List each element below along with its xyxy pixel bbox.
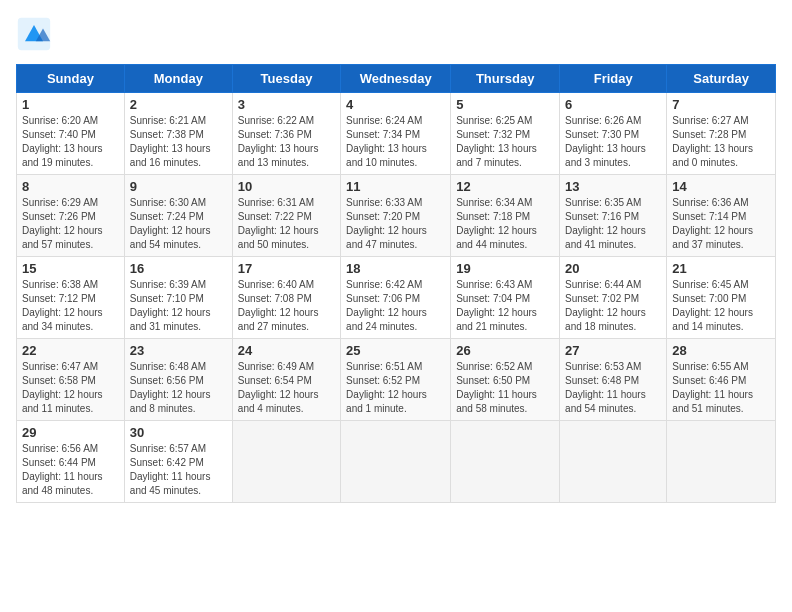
day-number: 22 bbox=[22, 343, 119, 358]
calendar-cell-empty bbox=[560, 421, 667, 503]
day-number: 3 bbox=[238, 97, 335, 112]
day-number: 5 bbox=[456, 97, 554, 112]
calendar-cell-8: 8Sunrise: 6:29 AMSunset: 7:26 PMDaylight… bbox=[17, 175, 125, 257]
day-number: 28 bbox=[672, 343, 770, 358]
calendar-cell-6: 6Sunrise: 6:26 AMSunset: 7:30 PMDaylight… bbox=[560, 93, 667, 175]
calendar-cell-21: 21Sunrise: 6:45 AMSunset: 7:00 PMDayligh… bbox=[667, 257, 776, 339]
day-number: 30 bbox=[130, 425, 227, 440]
day-number: 26 bbox=[456, 343, 554, 358]
calendar-cell-5: 5Sunrise: 6:25 AMSunset: 7:32 PMDaylight… bbox=[451, 93, 560, 175]
day-info: Sunrise: 6:52 AMSunset: 6:50 PMDaylight:… bbox=[456, 360, 554, 416]
calendar-week-1: 1Sunrise: 6:20 AMSunset: 7:40 PMDaylight… bbox=[17, 93, 776, 175]
calendar-cell-23: 23Sunrise: 6:48 AMSunset: 6:56 PMDayligh… bbox=[124, 339, 232, 421]
calendar-cell-empty bbox=[667, 421, 776, 503]
day-info: Sunrise: 6:22 AMSunset: 7:36 PMDaylight:… bbox=[238, 114, 335, 170]
day-number: 14 bbox=[672, 179, 770, 194]
day-number: 1 bbox=[22, 97, 119, 112]
day-info: Sunrise: 6:31 AMSunset: 7:22 PMDaylight:… bbox=[238, 196, 335, 252]
calendar-cell-28: 28Sunrise: 6:55 AMSunset: 6:46 PMDayligh… bbox=[667, 339, 776, 421]
day-number: 29 bbox=[22, 425, 119, 440]
day-number: 6 bbox=[565, 97, 661, 112]
day-info: Sunrise: 6:34 AMSunset: 7:18 PMDaylight:… bbox=[456, 196, 554, 252]
day-number: 2 bbox=[130, 97, 227, 112]
calendar-cell-2: 2Sunrise: 6:21 AMSunset: 7:38 PMDaylight… bbox=[124, 93, 232, 175]
logo bbox=[16, 16, 58, 52]
calendar-cell-30: 30Sunrise: 6:57 AMSunset: 6:42 PMDayligh… bbox=[124, 421, 232, 503]
day-info: Sunrise: 6:35 AMSunset: 7:16 PMDaylight:… bbox=[565, 196, 661, 252]
day-info: Sunrise: 6:56 AMSunset: 6:44 PMDaylight:… bbox=[22, 442, 119, 498]
day-number: 13 bbox=[565, 179, 661, 194]
day-info: Sunrise: 6:26 AMSunset: 7:30 PMDaylight:… bbox=[565, 114, 661, 170]
day-number: 12 bbox=[456, 179, 554, 194]
calendar-cell-empty bbox=[232, 421, 340, 503]
day-number: 21 bbox=[672, 261, 770, 276]
day-number: 16 bbox=[130, 261, 227, 276]
calendar-cell-12: 12Sunrise: 6:34 AMSunset: 7:18 PMDayligh… bbox=[451, 175, 560, 257]
calendar-cell-14: 14Sunrise: 6:36 AMSunset: 7:14 PMDayligh… bbox=[667, 175, 776, 257]
day-number: 24 bbox=[238, 343, 335, 358]
day-info: Sunrise: 6:49 AMSunset: 6:54 PMDaylight:… bbox=[238, 360, 335, 416]
day-info: Sunrise: 6:44 AMSunset: 7:02 PMDaylight:… bbox=[565, 278, 661, 334]
day-info: Sunrise: 6:27 AMSunset: 7:28 PMDaylight:… bbox=[672, 114, 770, 170]
day-info: Sunrise: 6:55 AMSunset: 6:46 PMDaylight:… bbox=[672, 360, 770, 416]
calendar-cell-29: 29Sunrise: 6:56 AMSunset: 6:44 PMDayligh… bbox=[17, 421, 125, 503]
day-info: Sunrise: 6:40 AMSunset: 7:08 PMDaylight:… bbox=[238, 278, 335, 334]
calendar-cell-empty bbox=[451, 421, 560, 503]
calendar-cell-25: 25Sunrise: 6:51 AMSunset: 6:52 PMDayligh… bbox=[341, 339, 451, 421]
day-info: Sunrise: 6:45 AMSunset: 7:00 PMDaylight:… bbox=[672, 278, 770, 334]
day-info: Sunrise: 6:53 AMSunset: 6:48 PMDaylight:… bbox=[565, 360, 661, 416]
day-info: Sunrise: 6:43 AMSunset: 7:04 PMDaylight:… bbox=[456, 278, 554, 334]
day-number: 15 bbox=[22, 261, 119, 276]
page-header bbox=[16, 16, 776, 52]
weekday-header-wednesday: Wednesday bbox=[341, 65, 451, 93]
weekday-header-saturday: Saturday bbox=[667, 65, 776, 93]
day-info: Sunrise: 6:42 AMSunset: 7:06 PMDaylight:… bbox=[346, 278, 445, 334]
day-info: Sunrise: 6:33 AMSunset: 7:20 PMDaylight:… bbox=[346, 196, 445, 252]
calendar-cell-20: 20Sunrise: 6:44 AMSunset: 7:02 PMDayligh… bbox=[560, 257, 667, 339]
calendar-cell-empty bbox=[341, 421, 451, 503]
calendar-cell-19: 19Sunrise: 6:43 AMSunset: 7:04 PMDayligh… bbox=[451, 257, 560, 339]
calendar-cell-16: 16Sunrise: 6:39 AMSunset: 7:10 PMDayligh… bbox=[124, 257, 232, 339]
day-info: Sunrise: 6:21 AMSunset: 7:38 PMDaylight:… bbox=[130, 114, 227, 170]
calendar-cell-7: 7Sunrise: 6:27 AMSunset: 7:28 PMDaylight… bbox=[667, 93, 776, 175]
calendar-cell-22: 22Sunrise: 6:47 AMSunset: 6:58 PMDayligh… bbox=[17, 339, 125, 421]
weekday-header-monday: Monday bbox=[124, 65, 232, 93]
day-info: Sunrise: 6:51 AMSunset: 6:52 PMDaylight:… bbox=[346, 360, 445, 416]
day-number: 19 bbox=[456, 261, 554, 276]
calendar-cell-17: 17Sunrise: 6:40 AMSunset: 7:08 PMDayligh… bbox=[232, 257, 340, 339]
calendar-week-5: 29Sunrise: 6:56 AMSunset: 6:44 PMDayligh… bbox=[17, 421, 776, 503]
calendar-cell-18: 18Sunrise: 6:42 AMSunset: 7:06 PMDayligh… bbox=[341, 257, 451, 339]
calendar-cell-10: 10Sunrise: 6:31 AMSunset: 7:22 PMDayligh… bbox=[232, 175, 340, 257]
weekday-header-thursday: Thursday bbox=[451, 65, 560, 93]
logo-icon bbox=[16, 16, 52, 52]
day-number: 8 bbox=[22, 179, 119, 194]
day-info: Sunrise: 6:36 AMSunset: 7:14 PMDaylight:… bbox=[672, 196, 770, 252]
day-info: Sunrise: 6:39 AMSunset: 7:10 PMDaylight:… bbox=[130, 278, 227, 334]
day-info: Sunrise: 6:25 AMSunset: 7:32 PMDaylight:… bbox=[456, 114, 554, 170]
day-number: 9 bbox=[130, 179, 227, 194]
calendar-week-2: 8Sunrise: 6:29 AMSunset: 7:26 PMDaylight… bbox=[17, 175, 776, 257]
day-info: Sunrise: 6:38 AMSunset: 7:12 PMDaylight:… bbox=[22, 278, 119, 334]
day-info: Sunrise: 6:29 AMSunset: 7:26 PMDaylight:… bbox=[22, 196, 119, 252]
weekday-header-friday: Friday bbox=[560, 65, 667, 93]
calendar-cell-24: 24Sunrise: 6:49 AMSunset: 6:54 PMDayligh… bbox=[232, 339, 340, 421]
calendar-cell-1: 1Sunrise: 6:20 AMSunset: 7:40 PMDaylight… bbox=[17, 93, 125, 175]
day-number: 11 bbox=[346, 179, 445, 194]
calendar-cell-11: 11Sunrise: 6:33 AMSunset: 7:20 PMDayligh… bbox=[341, 175, 451, 257]
day-number: 23 bbox=[130, 343, 227, 358]
day-info: Sunrise: 6:24 AMSunset: 7:34 PMDaylight:… bbox=[346, 114, 445, 170]
day-number: 27 bbox=[565, 343, 661, 358]
calendar-cell-3: 3Sunrise: 6:22 AMSunset: 7:36 PMDaylight… bbox=[232, 93, 340, 175]
calendar-table: SundayMondayTuesdayWednesdayThursdayFrid… bbox=[16, 64, 776, 503]
day-info: Sunrise: 6:20 AMSunset: 7:40 PMDaylight:… bbox=[22, 114, 119, 170]
calendar-week-3: 15Sunrise: 6:38 AMSunset: 7:12 PMDayligh… bbox=[17, 257, 776, 339]
day-info: Sunrise: 6:30 AMSunset: 7:24 PMDaylight:… bbox=[130, 196, 227, 252]
calendar-cell-9: 9Sunrise: 6:30 AMSunset: 7:24 PMDaylight… bbox=[124, 175, 232, 257]
day-number: 25 bbox=[346, 343, 445, 358]
day-number: 20 bbox=[565, 261, 661, 276]
weekday-header-tuesday: Tuesday bbox=[232, 65, 340, 93]
calendar-week-4: 22Sunrise: 6:47 AMSunset: 6:58 PMDayligh… bbox=[17, 339, 776, 421]
day-info: Sunrise: 6:48 AMSunset: 6:56 PMDaylight:… bbox=[130, 360, 227, 416]
calendar-cell-15: 15Sunrise: 6:38 AMSunset: 7:12 PMDayligh… bbox=[17, 257, 125, 339]
day-number: 7 bbox=[672, 97, 770, 112]
